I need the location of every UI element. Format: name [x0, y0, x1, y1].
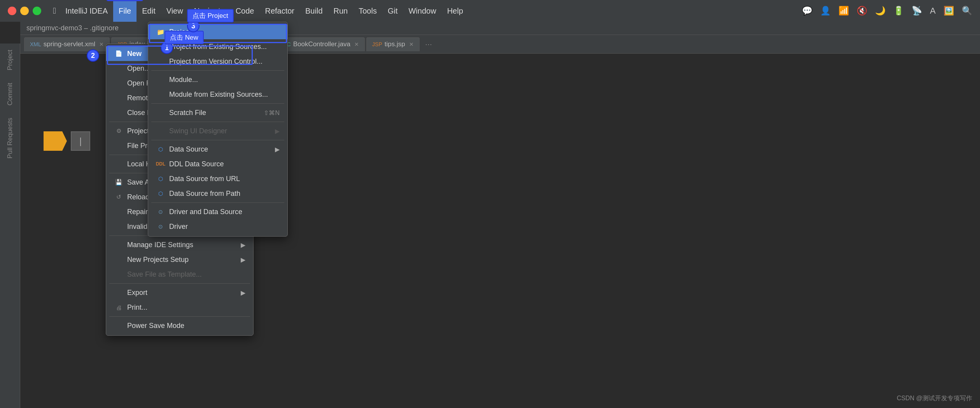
arrow-icon: ▶: [275, 127, 280, 135]
menu-item-driver-datasource[interactable]: ⊙ Driver and Data Source: [148, 204, 287, 219]
avatar-icon: 🖼️: [943, 6, 954, 16]
title-right-icons: 💬 👤 📶 🔇 🌙 🔋 📡 A 🖼️ 🔍: [802, 6, 972, 16]
menu-item-new-projects[interactable]: New Projects Setup ▶: [106, 252, 253, 267]
menu-item-data-source[interactable]: ⬡ Data Source ▶: [148, 142, 287, 157]
xml-icon: XML: [30, 41, 41, 47]
tab-close-icon[interactable]: ✕: [409, 41, 414, 47]
menu-item-project-vcs[interactable]: Project from Version Control...: [148, 54, 287, 69]
menu-build[interactable]: Build: [300, 0, 328, 22]
menu-help[interactable]: Help: [442, 0, 469, 22]
menu-refactor[interactable]: Refactor: [259, 0, 300, 22]
menu-item-swing-ui: Swing UI Designer ▶: [148, 124, 287, 138]
template-icon: [114, 270, 123, 279]
arrow-icon: ▶: [275, 146, 280, 153]
tabs-more-icon[interactable]: ⋯: [425, 40, 432, 49]
remote-icon: [114, 93, 123, 103]
menu-item-export[interactable]: Export ▶: [106, 285, 253, 300]
module-existing-icon: [156, 90, 165, 99]
driver-datasource-icon: ⊙: [156, 207, 165, 216]
tab-close-icon[interactable]: ✕: [99, 41, 104, 47]
menu-item-manage-ide[interactable]: Manage IDE Settings ▶: [106, 237, 253, 252]
menu-tools[interactable]: Tools: [353, 0, 382, 22]
menu-item-print[interactable]: 🖨 Print...: [106, 300, 253, 315]
menu-edit[interactable]: Edit: [136, 0, 161, 22]
menu-window[interactable]: Window: [403, 0, 441, 22]
path-icon: ⬡: [156, 189, 165, 198]
tab-close-icon[interactable]: ✕: [354, 41, 359, 47]
menu-item-datasource-path[interactable]: ⬡ Data Source from Path: [148, 186, 287, 201]
folder-open-icon: [114, 64, 123, 73]
divider: [109, 316, 250, 317]
tab-tips-jsp[interactable]: JSP tips.jsp ✕: [366, 37, 420, 51]
editor-navigation: |: [44, 131, 90, 151]
close-project-icon: [114, 108, 123, 117]
divider: [109, 283, 250, 284]
maximize-button[interactable]: [33, 7, 41, 15]
menu-view[interactable]: View: [161, 0, 189, 22]
sidebar-commit[interactable]: Commit: [3, 77, 17, 112]
settings-icon: [114, 240, 123, 249]
apple-logo-icon: : [53, 6, 56, 16]
cursor-icon: |: [71, 131, 90, 151]
menu-item-save-template: Save File as Template...: [106, 267, 253, 282]
reload-icon: ↺: [114, 192, 123, 202]
sidebar-project[interactable]: Project: [3, 44, 17, 77]
divider: [151, 103, 284, 104]
datasource-icon: ⬡: [156, 145, 165, 154]
menu-code[interactable]: Code: [230, 0, 260, 22]
menu-item-driver[interactable]: ⊙ Driver: [148, 219, 287, 234]
menu-bar: IntelliJ IDEA File 点击 File Edit View Nav…: [60, 0, 469, 22]
divider: [151, 140, 284, 140]
divider: [151, 202, 284, 203]
new-projects-icon: [114, 255, 123, 264]
menu-item-datasource-url[interactable]: ⬡ Data Source from URL: [148, 171, 287, 186]
ddl-icon: DDL: [156, 159, 165, 169]
arrow-icon: ▶: [241, 289, 245, 296]
wifi-icon: 📶: [838, 6, 849, 16]
tab-bookcontroller-java[interactable]: C BookController.java ✕: [281, 37, 365, 51]
app-name: IntelliJ IDEA: [60, 7, 113, 16]
new-icon: 📄: [114, 49, 123, 58]
repair-icon: [114, 207, 123, 216]
close-button[interactable]: [8, 7, 16, 15]
font-icon: A: [930, 6, 936, 16]
vcs-icon: [156, 57, 165, 66]
watermark-text: CSDN @测试开发专项写作: [897, 394, 972, 403]
export-icon: [114, 288, 123, 297]
menu-item-scratch[interactable]: Scratch File ⇧⌘N: [148, 105, 287, 120]
menu-item-module-existing[interactable]: Module from Existing Sources...: [148, 87, 287, 102]
module-icon: [156, 75, 165, 84]
project-icon: 📁: [156, 27, 165, 37]
new-submenu-dropdown[interactable]: 📁 Project... 3 点击 Project Project from E…: [148, 22, 288, 237]
menu-item-module[interactable]: Module...: [148, 72, 287, 87]
recent-icon: [114, 78, 123, 88]
arrow-icon: ▶: [241, 241, 245, 249]
wifi2-icon: 📡: [912, 6, 922, 16]
menu-item-power-save[interactable]: Power Save Mode: [106, 318, 253, 333]
power-icon: [114, 321, 123, 330]
moon-icon: 🌙: [875, 6, 886, 16]
traffic-lights: [0, 7, 41, 15]
scratch-icon: [156, 108, 165, 117]
minimize-button[interactable]: [20, 7, 29, 15]
menu-item-ddl-data-source[interactable]: DDL DDL Data Source: [148, 157, 287, 171]
divider: [151, 122, 284, 122]
url-icon: ⬡: [156, 174, 165, 183]
arrow-icon: ▶: [241, 256, 245, 263]
menu-git[interactable]: Git: [382, 0, 403, 22]
sidebar-pull-requests[interactable]: Pull Requests: [3, 112, 17, 165]
step2-badge: 2: [87, 49, 99, 62]
annotation-click-file: 点击 File: [107, 0, 143, 1]
wechat-icon: 💬: [802, 6, 812, 16]
print-icon: 🖨: [114, 303, 123, 312]
title-bar:  IntelliJ IDEA File 点击 File Edit View N…: [0, 0, 980, 22]
search-icon[interactable]: 🔍: [962, 6, 972, 16]
main-area: Project Commit Pull Requests springmvc-d…: [0, 22, 980, 408]
properties-icon: [114, 141, 123, 150]
menu-run[interactable]: Run: [328, 0, 354, 22]
tab-spring-servlet[interactable]: XML spring-servlet.xml ✕: [24, 37, 110, 51]
menu-file[interactable]: File 点击 File: [113, 0, 136, 22]
user-icon: 👤: [820, 6, 831, 16]
nav-arrow-icon: [44, 131, 67, 151]
annotation-click-new: 点击 New: [164, 31, 204, 44]
